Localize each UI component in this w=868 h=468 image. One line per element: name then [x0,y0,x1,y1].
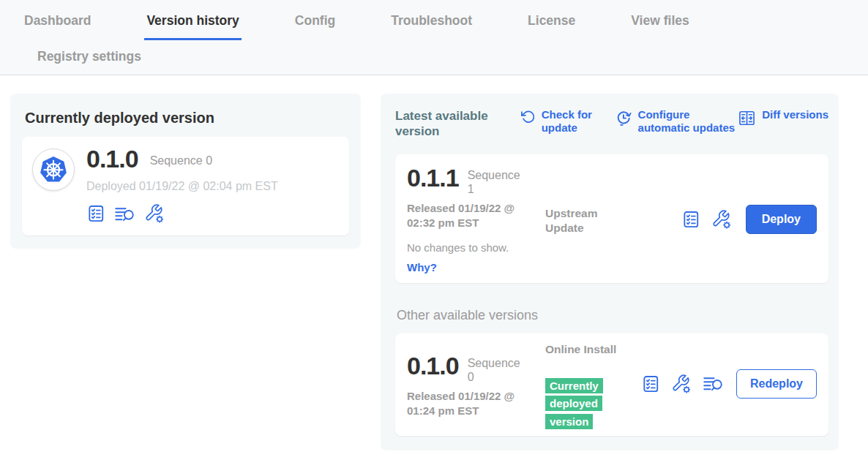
changes-note: No changes to show. [407,241,818,254]
tab-registry-settings[interactable]: Registry settings [35,48,143,64]
currently-deployed-badge-wrap: Currently deployed version [545,377,608,431]
version-number: 0.1.0 [86,146,138,173]
top-navigation: Dashboard Version history Config Trouble… [0,0,868,75]
nav-tabs-row-2: Registry settings [22,40,868,75]
other-version-actions: Redeploy [641,369,817,399]
configure-automatic-updates-link[interactable]: Configure automatic updates [615,108,737,135]
sequence-label: Sequence 0 [150,154,212,167]
tab-license[interactable]: License [525,12,577,38]
other-version-card: 0.1.0 Sequence 0 Released 01/19/22 @ 01:… [395,333,828,436]
sequence-label: Sequence 1 [468,168,526,196]
tab-view-files[interactable]: View files [629,12,691,38]
tab-dashboard[interactable]: Dashboard [22,12,93,38]
released-timestamp: Released 01/19/22 @ 02:32 pm EST [407,201,534,231]
currently-deployed-panel: Currently deployed version 0.1.0 Sequenc… [10,94,361,249]
edit-config-icon[interactable] [711,209,732,230]
preflight-checks-icon[interactable] [641,374,660,393]
scheduled-update-icon [615,109,632,135]
deployed-version-info: 0.1.0 Sequence 0 Deployed 01/19/22 @ 02:… [86,146,278,224]
deployed-version-actions [86,203,278,224]
check-for-update-label: Check for update [542,108,615,135]
released-timestamp: Released 01/19/22 @ 01:24 pm EST [407,389,534,419]
version-source: Online Install [545,342,637,357]
configure-automatic-updates-label: Configure automatic updates [638,108,737,135]
currently-deployed-badge: Currently deployed version [545,378,603,430]
version-history-page: Currently deployed version 0.1.0 Sequenc… [0,75,868,450]
diff-versions-link[interactable]: Diff versions [738,108,828,127]
redeploy-button[interactable]: Redeploy [736,369,817,399]
diff-columns-icon [738,109,756,127]
tab-troubleshoot[interactable]: Troubleshoot [389,12,474,38]
deploy-logs-icon[interactable] [114,204,135,224]
deployed-timestamp: Deployed 01/19/22 @ 02:04 pm EST [86,180,278,193]
latest-available-title: Latest available version [395,108,506,140]
why-link[interactable]: Why? [407,261,438,273]
available-versions-header: Latest available version Check for updat… [395,108,828,140]
preflight-checks-icon[interactable] [681,210,700,229]
version-number: 0.1.1 [407,165,459,196]
version-source: Upstream Update [545,206,637,235]
sequence-label: Sequence 0 [468,356,526,384]
preflight-checks-icon[interactable] [86,204,105,223]
edit-config-icon[interactable] [144,203,165,224]
deploy-button[interactable]: Deploy [746,205,817,234]
refresh-arrow-icon [520,109,536,135]
other-available-versions-title: Other available versions [397,308,828,323]
edit-config-icon[interactable] [671,374,692,394]
nav-tabs-row: Dashboard Version history Config Trouble… [22,12,868,40]
diff-versions-label: Diff versions [762,108,828,127]
kubernetes-logo-icon [38,154,69,185]
version-number: 0.1.0 [407,352,459,384]
app-icon-circle [32,148,75,191]
deploy-logs-icon[interactable] [703,374,724,393]
deployed-version-card: 0.1.0 Sequence 0 Deployed 01/19/22 @ 02:… [22,137,349,235]
latest-version-card: 0.1.1 Sequence 1 Released 01/19/22 @ 02:… [395,154,828,283]
latest-version-actions: Deploy [681,205,817,234]
available-versions-panel: Latest available version Check for updat… [381,94,839,450]
check-for-update-link[interactable]: Check for update [520,108,615,135]
tab-config[interactable]: Config [293,12,337,38]
panel-title: Currently deployed version [25,110,349,127]
tab-version-history[interactable]: Version history [144,12,241,40]
